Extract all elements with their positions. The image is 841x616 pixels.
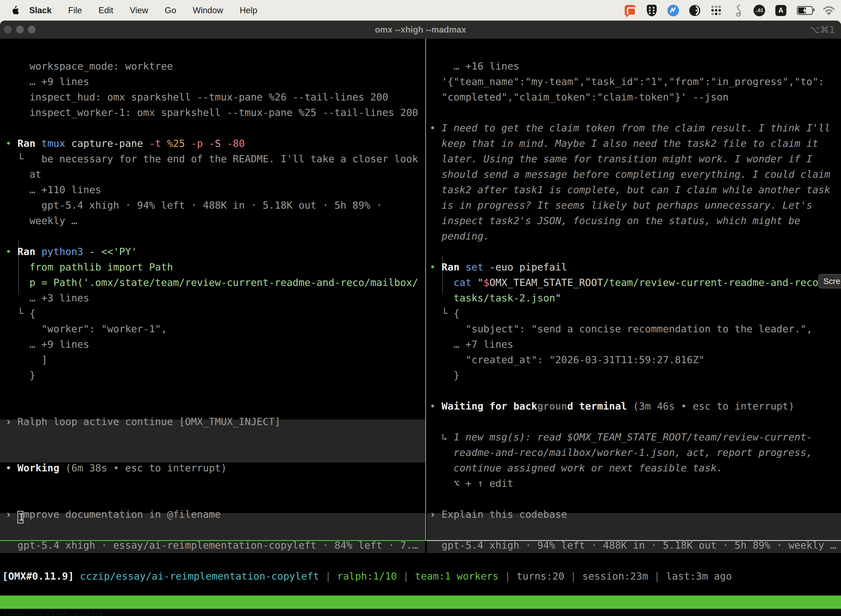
text-segment: ›: [429, 509, 441, 520]
text-segment: groun: [537, 400, 567, 412]
terminal-line: • Ran python3 - <<'PY': [6, 244, 137, 260]
terminal-window: omx --xhigh --madmax ⌥⌘1 Scre [omx-cczip…: [0, 21, 841, 616]
terminal-line: is in progress? It seems likely but perh…: [429, 198, 812, 213]
terminal-line: inspect_worker-1: omx sparkshell --tmux-…: [6, 105, 418, 120]
text-segment: •: [429, 261, 441, 273]
text-segment: keep that in mind. Maybe I also need the…: [429, 138, 818, 149]
text-segment: weekly …: [6, 215, 77, 226]
text-segment: └ {: [429, 308, 459, 319]
omx-session-status: [OMX#0.11.9] cczip/essay/ai-reimplementa…: [2, 569, 732, 584]
terminal-line: should send a message before completing …: [429, 167, 830, 182]
terminal-line: from pathlib import Path: [6, 260, 173, 275]
status-icons: ..61 A: [624, 4, 841, 16]
text-segment: "created_at": "2026-03-31T11:59:27.816Z": [429, 354, 705, 365]
text-segment: [185, 138, 191, 149]
text-segment: •: [429, 122, 441, 133]
model-status-left: gpt-5.4 xhigh · essay/ai-reimplementatio…: [6, 538, 418, 553]
menu-item-go[interactable]: Go: [157, 6, 184, 15]
text-segment: workspace_mode: worktree: [6, 60, 173, 72]
menu-items: Slack File Edit View Go Window Help: [0, 6, 265, 15]
text-segment: [OMX#0.11.9]: [2, 571, 74, 582]
text-segment: … +7 lines: [429, 339, 513, 350]
terminal-line: … +110 lines: [6, 182, 101, 198]
shield-grid-icon[interactable]: [646, 4, 658, 16]
text-segment: ⌥ + ↑ edit: [429, 478, 513, 489]
terminal-line: • I need to get the claim token from the…: [429, 120, 830, 136]
text-segment: ]: [6, 354, 47, 365]
text-segment: "subject": "send a concise recommendatio…: [429, 323, 812, 334]
blue-bolt-badge-icon[interactable]: [667, 4, 679, 16]
dots-grid-icon[interactable]: [710, 4, 722, 16]
terminal-line: └ be necessary for the end of the README…: [6, 151, 418, 167]
text-segment: -p: [191, 138, 203, 149]
text-segment: last:3m ago: [666, 571, 732, 582]
text-segment: ": [472, 277, 484, 288]
chat-badge-icon[interactable]: [624, 4, 636, 16]
terminal-line: at: [6, 167, 41, 182]
text-segment: python3: [41, 246, 84, 257]
menu-item-window[interactable]: Window: [184, 6, 231, 15]
menu-item-edit[interactable]: Edit: [90, 6, 122, 15]
text-segment: -euo pipefail: [484, 261, 567, 273]
battery-icon[interactable]: [796, 4, 813, 16]
text-segment: … +110 lines: [6, 184, 101, 195]
terminal-line: … +9 lines: [6, 337, 89, 352]
text-segment: task2 after task1 is complete, but can I…: [429, 184, 830, 195]
input-source-icon[interactable]: A: [775, 4, 787, 16]
terminal-line: '{"team_name":"my-team","task_id":"1","f…: [429, 74, 824, 89]
terminal-line: "subject": "send a concise recommendatio…: [429, 321, 812, 337]
text-segment: gpt-5.4 xhigh · 94% left · 488K in · 5.1…: [6, 199, 382, 211]
terminal-line: tasks/task-2.json": [429, 290, 561, 306]
screen-tooltip: Scre: [818, 274, 841, 288]
text-segment: Waiting for back: [441, 400, 537, 412]
text-segment: d terminal: [567, 400, 627, 412]
text-segment: inspect_hud: omx sparkshell --tmux-pane …: [6, 91, 388, 103]
text-segment: |: [498, 571, 517, 582]
text-segment: tasks/task-2.json: [429, 292, 555, 304]
pane-divider[interactable]: [425, 39, 426, 540]
terminal-line: continue assigned work or next feasible …: [429, 461, 722, 476]
squiggle-icon[interactable]: [732, 4, 744, 16]
text-segment: •: [6, 138, 18, 149]
terminal-line: workspace_mode: worktree: [6, 59, 173, 74]
text-segment: -S: [209, 138, 221, 149]
terminal-line: … +9 lines: [6, 74, 89, 89]
terminal-line: … +16 lines: [429, 59, 519, 74]
terminal-line: inspect_hud: omx sparkshell --tmux-pane …: [6, 89, 388, 105]
terminal-line: weekly …: [6, 213, 77, 229]
text-segment: (3m 46s • esc to interrupt): [627, 400, 794, 412]
menu-item-slack[interactable]: Slack: [21, 6, 60, 15]
text-segment: └ be necessary for the end of the README…: [6, 153, 418, 164]
text-segment: -t: [149, 138, 161, 149]
menu-item-view[interactable]: View: [122, 6, 157, 15]
text-segment: I need to get the claim token from the c…: [441, 122, 830, 133]
text-segment: }: [429, 370, 459, 381]
terminal-content: Scre [omx-cczip0:bash* "MacBook-Pro-44.l…: [0, 39, 841, 616]
text-segment: capture-pane: [65, 138, 149, 149]
terminal-line: gpt-5.4 xhigh · 94% left · 488K in · 5.1…: [6, 198, 382, 213]
text-segment: |: [319, 571, 337, 582]
ralph-loop-prompt: › Ralph loop active continue [OMX_TMUX_I…: [6, 414, 281, 430]
text-segment: is in progress? It seems likely but perh…: [429, 199, 812, 211]
text-segment: … +9 lines: [6, 339, 89, 350]
menu-item-file[interactable]: File: [60, 6, 90, 15]
wifi-icon[interactable]: [823, 4, 835, 16]
text-segment: •: [6, 462, 18, 474]
terminal-line: … +3 lines: [6, 290, 89, 306]
text-segment: [161, 138, 167, 149]
menu-item-help[interactable]: Help: [231, 6, 266, 15]
terminal-line: ⌥ + ↑ edit: [429, 476, 513, 491]
text-segment: [203, 138, 209, 149]
text-segment: "worker": "worker-1",: [6, 323, 167, 334]
composer-input-left: › Improve documentation in @filename: [6, 507, 221, 522]
dark-pie-icon[interactable]: [689, 4, 701, 16]
text-segment: p = Path('.omx/state/team/review-current…: [6, 277, 418, 288]
counter-badge-icon[interactable]: ..61: [753, 4, 765, 16]
text-segment: should send a message before completing …: [429, 169, 830, 180]
text-segment: <<'PY': [101, 246, 137, 257]
apple-icon[interactable]: [11, 6, 19, 15]
text-segment: continue assigned work or next feasible …: [429, 462, 722, 474]
text-segment: Ran: [18, 246, 41, 257]
text-segment: $: [484, 277, 489, 288]
text-segment: pending.: [429, 230, 489, 242]
